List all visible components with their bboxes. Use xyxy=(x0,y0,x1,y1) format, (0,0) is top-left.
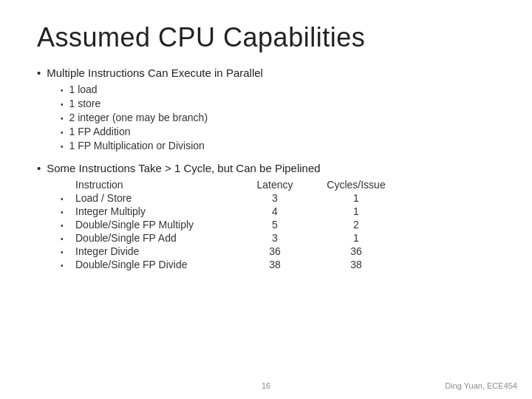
section-2-header: • Some Instructions Take > 1 Cycle, but … xyxy=(37,162,495,174)
list-item-text: 1 FP Multiplication or Division xyxy=(69,140,205,151)
list-item: • 1 FP Multiplication or Division xyxy=(61,140,495,151)
bullet-main-2: • xyxy=(37,162,41,174)
row-bullet: • xyxy=(61,222,75,230)
cycles-cell: 2 xyxy=(312,219,400,231)
sub-bullet-icon: • xyxy=(61,86,64,95)
table-row: • Double/Single FP Multiply 5 2 xyxy=(61,219,495,231)
cycles-cell: 1 xyxy=(312,232,400,244)
list-item: • 1 store xyxy=(61,98,495,109)
page-title: Assumed CPU Capabilities xyxy=(37,22,495,53)
instruction-cell: Double/Single FP Add xyxy=(75,232,238,244)
list-item: • 1 load xyxy=(61,83,495,95)
table-header-row: Instruction Latency Cycles/Issue xyxy=(61,179,495,191)
cycles-cell: 38 xyxy=(312,259,400,270)
bullet-main-1: • xyxy=(37,66,41,79)
latency-cell: 5 xyxy=(238,219,312,231)
list-item-text: 1 store xyxy=(69,98,101,109)
latency-cell: 4 xyxy=(238,205,312,217)
col-header-cycles: Cycles/Issue xyxy=(312,179,400,191)
row-bullet: • xyxy=(61,208,75,216)
section-2: • Some Instructions Take > 1 Cycle, but … xyxy=(37,162,495,270)
row-bullet: • xyxy=(61,195,75,203)
latency-cell: 38 xyxy=(238,259,312,270)
cycles-cell: 1 xyxy=(312,205,400,217)
sub-bullet-icon: • xyxy=(61,115,64,123)
list-item-text: 2 integer (one may be branch) xyxy=(69,112,208,123)
table-row: • Integer Multiply 4 1 xyxy=(61,205,495,217)
sub-bullet-icon: • xyxy=(61,100,64,109)
sub-bullet-icon: • xyxy=(61,129,64,137)
col-header-instruction: Instruction xyxy=(75,179,238,191)
section-1-header-text: Multiple Instructions Can Execute in Par… xyxy=(47,66,263,79)
latency-cell: 36 xyxy=(238,245,312,257)
cycles-cell: 36 xyxy=(312,245,400,257)
col-header-latency: Latency xyxy=(238,179,312,191)
instruction-cell: Integer Multiply xyxy=(75,205,238,217)
latency-cell: 3 xyxy=(238,192,312,204)
row-bullet: • xyxy=(61,262,75,270)
instruction-cell: Double/Single FP Multiply xyxy=(75,219,238,231)
list-item-text: 1 load xyxy=(69,83,98,95)
row-bullet: • xyxy=(61,235,75,243)
footer-credit-text: Ding Yuan, ECE454 xyxy=(445,381,517,390)
row-bullet: • xyxy=(61,248,75,256)
cycles-cell: 1 xyxy=(312,192,400,204)
instruction-cell: Double/Single FP Divide xyxy=(75,259,238,270)
page-number: 16 xyxy=(262,381,270,390)
slide: Assumed CPU Capabilities • Multiple Inst… xyxy=(0,0,532,399)
section-1: • Multiple Instructions Can Execute in P… xyxy=(37,66,495,151)
latency-cell: 3 xyxy=(238,232,312,244)
table-row: • Double/Single FP Divide 38 38 xyxy=(61,259,495,270)
section-1-header: • Multiple Instructions Can Execute in P… xyxy=(37,66,495,79)
table-row: • Double/Single FP Add 3 1 xyxy=(61,232,495,244)
list-item-text: 1 FP Addition xyxy=(69,126,131,137)
table-row: • Integer Divide 36 36 xyxy=(61,245,495,257)
table-row: • Load / Store 3 1 xyxy=(61,192,495,204)
list-item: • 1 FP Addition xyxy=(61,126,495,137)
list-item: • 2 integer (one may be branch) xyxy=(61,112,495,123)
footer-credit: Ding Yuan, ECE454 xyxy=(445,381,517,390)
instruction-cell: Integer Divide xyxy=(75,245,238,257)
sub-bullet-icon: • xyxy=(61,143,64,151)
section-2-header-text: Some Instructions Take > 1 Cycle, but Ca… xyxy=(47,162,320,174)
section-1-list: • 1 load • 1 store • 2 integer (one may … xyxy=(61,83,495,151)
instruction-cell: Load / Store xyxy=(75,192,238,204)
